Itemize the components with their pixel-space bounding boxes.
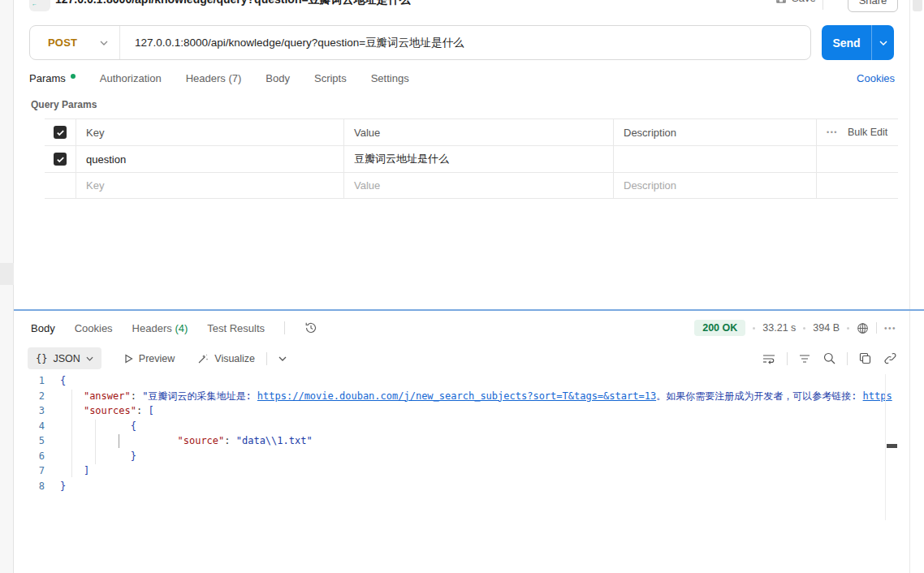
response-size[interactable]: 394 B	[813, 322, 840, 334]
param-description-input[interactable]: Description	[613, 173, 816, 198]
pane-splitter[interactable]	[14, 309, 924, 311]
line-number: 1	[32, 373, 60, 389]
indent-guide-active	[119, 434, 119, 448]
method-caret[interactable]	[100, 41, 108, 45]
request-url-bar: POST 127.0.0.1:8000/api/knowledge/query?…	[29, 25, 811, 60]
code-line: 1{	[32, 373, 897, 389]
right-rail-chip[interactable]	[913, 0, 922, 11]
divider	[876, 322, 877, 334]
row-actions-cell	[816, 173, 898, 198]
json-token: :	[224, 435, 235, 446]
divider	[847, 352, 848, 365]
network-globe-icon[interactable]	[857, 322, 869, 334]
indent-guide	[71, 390, 72, 477]
response-history-button[interactable]	[304, 321, 317, 334]
row-checkbox[interactable]	[54, 153, 67, 166]
more-options-icon[interactable]: •••	[827, 128, 838, 136]
column-header-description: Description	[613, 119, 816, 145]
bulk-edit-button[interactable]: Bulk Edit	[848, 127, 887, 138]
json-token: :	[136, 405, 148, 416]
json-link[interactable]: https://movie.douban.com/j/new_search_su…	[257, 390, 656, 402]
line-number: 2	[32, 389, 60, 404]
editor-scroll-track	[885, 374, 886, 520]
more-views-caret[interactable]	[278, 356, 287, 361]
tab-params[interactable]: Params	[29, 72, 76, 84]
code-content: "source": "data\\1.txt"	[60, 433, 313, 449]
line-number: 8	[32, 479, 60, 494]
visualize-button[interactable]: Visualize	[197, 353, 255, 364]
chevron-down-icon	[86, 356, 93, 361]
divider	[787, 352, 788, 365]
tab-settings[interactable]: Settings	[371, 72, 409, 84]
save-label: Save	[792, 0, 816, 4]
send-button[interactable]: Send	[822, 25, 894, 60]
search-icon	[823, 352, 835, 364]
column-header-value: Value	[343, 119, 613, 145]
code-line: 5 "source": "data\\1.txt"	[32, 433, 897, 449]
row-checkbox-cell	[45, 173, 76, 198]
params-active-dot	[71, 74, 76, 79]
save-button[interactable]: Save	[775, 0, 816, 4]
share-label: Share	[859, 0, 887, 6]
left-rail-handle[interactable]	[0, 263, 14, 285]
chevron-down-icon	[100, 41, 108, 45]
search-button[interactable]	[823, 352, 835, 364]
tab-headers[interactable]: Headers (7)	[186, 72, 242, 84]
json-link[interactable]: https	[863, 390, 892, 402]
tab-body[interactable]: Body	[266, 72, 290, 84]
code-content: }	[60, 479, 66, 494]
share-button[interactable]: Share	[848, 0, 898, 12]
tab-scripts[interactable]: Scripts	[314, 72, 347, 84]
param-value-input[interactable]: Value	[343, 173, 613, 198]
url-input[interactable]: 127.0.0.1:8000/api/knowledge/query?quest…	[135, 36, 464, 50]
cookies-link[interactable]: Cookies	[857, 72, 895, 84]
json-token: "data\\1.txt"	[236, 435, 313, 446]
param-key-input[interactable]: Key	[76, 173, 343, 198]
response-body-json[interactable]: 1{2 "answer": "豆瓣词云的采集地址是: https://movie…	[32, 373, 897, 493]
tab-response-headers[interactable]: Headers (4)	[132, 322, 188, 334]
copy-icon	[859, 352, 871, 364]
dot-separator	[803, 327, 805, 330]
wrap-text-button[interactable]	[762, 353, 775, 364]
tab-response-body[interactable]: Body	[31, 322, 55, 334]
indent-guide	[95, 420, 96, 464]
method-selector[interactable]: POST	[30, 37, 100, 49]
json-token: {	[131, 420, 136, 432]
param-key-cell[interactable]: question	[76, 146, 343, 172]
link-button[interactable]	[884, 352, 896, 364]
response-view-tools	[762, 352, 896, 365]
response-time[interactable]: 33.21 s	[762, 322, 796, 334]
json-token: }	[131, 450, 136, 462]
param-value-cell[interactable]: 豆瓣词云地址是什么	[343, 146, 613, 172]
copy-button[interactable]	[859, 352, 871, 364]
code-line: 6 }	[32, 449, 897, 464]
send-options-caret[interactable]	[872, 25, 894, 60]
table-header-row: Key Value Description ••• Bulk Edit	[45, 119, 898, 146]
divider	[284, 321, 285, 334]
json-token: {	[60, 375, 66, 386]
row-actions-cell	[816, 146, 898, 172]
json-token: "answer"	[84, 390, 131, 402]
editor-scroll-marker[interactable]	[887, 444, 897, 448]
postman-window: HTTP ← 127.0.0.1:8000/api/knowledge/quer…	[0, 0, 924, 573]
wrap-text-icon	[762, 353, 775, 364]
line-number: 4	[32, 419, 60, 434]
response-more-options[interactable]: •••	[884, 324, 896, 333]
code-content: ]	[60, 463, 89, 479]
format-selector[interactable]: {} JSON	[28, 347, 101, 369]
status-badge[interactable]: 200 OK	[694, 320, 745, 336]
select-all-checkbox[interactable]	[54, 126, 67, 139]
divider	[119, 26, 120, 59]
tab-test-results[interactable]: Test Results	[207, 322, 265, 334]
chevron-down-icon	[278, 356, 287, 361]
filter-button[interactable]	[799, 354, 810, 364]
json-token: 。如果你需要注册成为开发者，可以参考链接:	[656, 390, 862, 402]
json-token: "source"	[178, 435, 225, 446]
tab-authorization[interactable]: Authorization	[100, 72, 162, 84]
line-number: 6	[32, 449, 60, 464]
http-request-icon: HTTP ←	[29, 0, 50, 11]
tab-response-cookies[interactable]: Cookies	[75, 322, 113, 334]
response-tabs: Body Cookies Headers (4) Test Results	[31, 321, 317, 334]
preview-button[interactable]: Preview	[124, 353, 175, 364]
param-description-cell[interactable]	[613, 146, 816, 172]
